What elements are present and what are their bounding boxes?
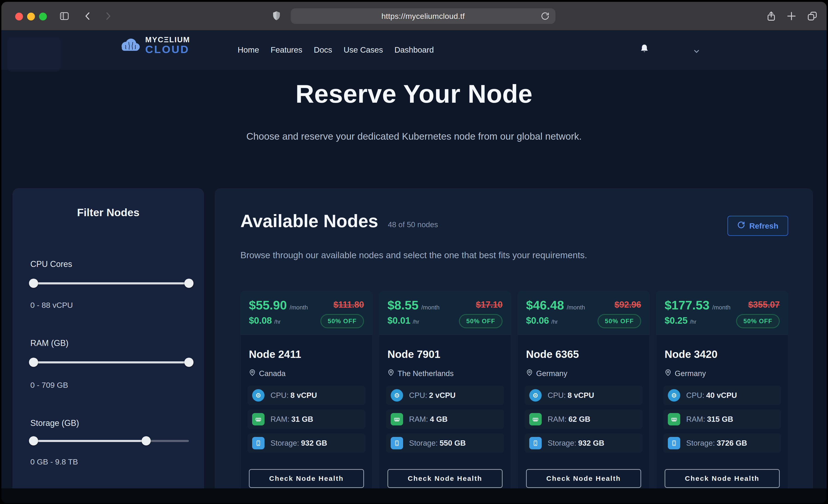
back-icon[interactable] [82,10,93,22]
cpu-value: 8 vCPU [290,391,317,400]
storage-spec-row: Storage:932 GB [248,433,365,453]
cpu-range-slider[interactable] [30,279,189,288]
nav-link[interactable]: Dashboard [395,45,433,54]
minimize-icon[interactable] [27,13,35,20]
monthly-price: $46.48 [526,298,564,312]
refresh-button[interactable]: Refresh [727,216,788,236]
original-price: $17.10 [476,300,503,310]
storage-value: 550 GB [440,439,466,447]
check-node-health-button[interactable]: Check Node Health [526,469,641,488]
storage-value: 932 GB [578,439,605,447]
storage-label: Storage: [686,439,715,447]
check-node-health-button[interactable]: Check Node Health [387,469,503,488]
storage-filter-label: Storage (GB) [30,418,79,428]
cpu-label: CPU: [548,391,566,400]
cpu-slider-handle-min[interactable] [29,279,38,288]
storage-icon [529,437,542,449]
cpu-spec-row: CPU:8 vCPU [248,386,365,405]
cpu-value: 8 vCPU [568,391,594,400]
forward-icon[interactable] [102,10,114,22]
brand-name-bottom: CLOUD [145,44,190,55]
node-cards-grid: $55.90 /month $111.80 $0.08/hr 50% OFF N… [240,291,788,493]
check-node-health-button[interactable]: Check Node Health [665,469,780,488]
nav-link[interactable]: Home [238,45,259,54]
filter-title: Filter Nodes [13,206,204,219]
location-label: The Netherlands [398,369,454,378]
hourly-price: $0.25 [665,316,688,326]
storage-slider-handle-max[interactable] [141,436,151,446]
panel-subtitle: Browse through our available nodes and s… [240,250,587,260]
brand-name-top: MYCΞLIUM [145,36,190,43]
storage-label: Storage: [548,439,576,447]
page-title: Reserve Your Node [1,79,827,109]
cpu-label: CPU: [409,391,427,400]
location-label: Canada [259,369,286,378]
available-nodes-panel: Available Nodes 48 of 50 nodes Refresh B… [215,188,813,503]
storage-spec-row: Storage:932 GB [525,433,643,453]
cpu-value: 40 vCPU [706,391,737,400]
nav-link[interactable]: Docs [314,45,332,54]
check-node-health-button[interactable]: Check Node Health [249,469,364,488]
cpu-filter-range: 0 - 88 vCPU [30,301,73,310]
cpu-label: CPU: [686,391,704,400]
chevron-down-icon[interactable] [693,47,700,56]
share-icon[interactable] [766,10,777,22]
tabs-icon[interactable] [806,10,818,22]
cpu-icon [252,389,264,402]
storage-label: Storage: [409,439,438,447]
zoom-icon[interactable] [39,13,47,20]
card-pricing: $55.90 /month $111.80 $0.08/hr 50% OFF [241,291,372,335]
sidebar-icon[interactable] [59,10,70,22]
reload-icon[interactable] [541,12,549,22]
ram-range-slider[interactable] [30,358,189,367]
original-price: $355.07 [748,300,780,310]
node-card: $8.55 /month $17.10 $0.01/hr 50% OFF Nod… [379,291,511,493]
per-hour-label: /hr [690,319,696,325]
card-pricing: $46.48 /month $92.96 $0.06/hr 50% OFF [518,291,650,335]
cpu-icon [391,389,403,402]
browser-window: https://myceliumcloud.tf [1,2,827,503]
discount-badge: 50% OFF [736,314,780,328]
new-tab-icon[interactable] [786,10,797,22]
address-bar[interactable]: https://myceliumcloud.tf [291,8,555,24]
storage-range-slider[interactable] [30,436,189,446]
ram-spec-row: RAM:315 GB [663,410,781,429]
site-navbar: MYCΞLIUM CLOUD Home Features Docs Use Ca… [1,30,827,69]
hourly-price: $0.08 [249,316,272,326]
storage-value: 932 GB [301,439,327,447]
window-bottom-band [1,489,827,503]
cpu-label: CPU: [271,391,289,400]
close-icon[interactable] [15,13,23,20]
storage-slider-handle-min[interactable] [29,436,38,446]
brand-logo[interactable]: MYCΞLIUM CLOUD [119,36,190,55]
ram-value: 62 GB [569,415,590,423]
storage-value: 3726 GB [717,439,747,447]
hourly-price: $0.06 [526,316,549,326]
node-count: 48 of 50 nodes [388,220,438,229]
ram-icon [252,413,264,425]
shield-icon[interactable] [271,10,282,22]
per-month-label: /month [421,304,440,311]
bell-icon[interactable] [638,43,650,56]
nav-link[interactable]: Use Cases [343,45,383,54]
filter-panel: Filter Nodes CPU Cores 0 - 88 vCPU RAM (… [13,188,204,503]
per-hour-label: /hr [413,319,419,325]
per-month-label: /month [290,304,308,311]
node-location: Germany [665,369,706,378]
ram-filter-range: 0 - 709 GB [30,381,68,390]
ram-slider-handle-min[interactable] [29,358,38,367]
nav-link[interactable]: Features [271,45,302,54]
location-pin-icon [665,369,671,378]
monthly-price: $8.55 [387,298,418,312]
slider-fill [30,361,189,364]
ram-label: RAM: [548,415,567,423]
storage-spec-row: Storage:3726 GB [663,433,781,453]
panel-header: Available Nodes 48 of 50 nodes [240,211,438,232]
cpu-slider-handle-max[interactable] [184,279,194,288]
page-content: MYCΞLIUM CLOUD Home Features Docs Use Ca… [1,30,827,503]
cpu-icon [668,389,680,402]
slider-fill [30,282,189,284]
ram-slider-handle-max[interactable] [184,358,194,367]
url-text: https://myceliumcloud.tf [381,12,465,21]
storage-label: Storage: [271,439,299,447]
